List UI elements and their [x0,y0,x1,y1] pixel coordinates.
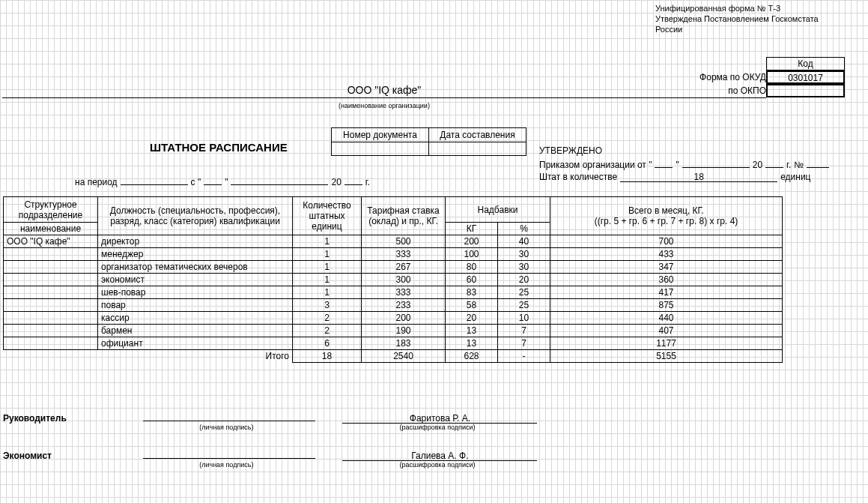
cell-total: 1177 [550,337,783,350]
cell-job: повар [98,299,293,312]
cell-units: 2 [293,312,362,325]
document-title: ШТАТНОЕ РАСПИСАНИЕ [150,141,288,154]
period-year [345,175,362,185]
cell-kg: 200 [446,235,498,248]
cell-subd [4,299,98,312]
cell-tariff: 300 [362,274,446,286]
cell-total: 433 [550,248,783,261]
th-allow-pct: % [498,223,550,235]
table-row: экономист13006020360 [4,274,783,286]
table-row: ООО "IQ кафе"директор150020040700 [4,235,783,248]
cell-tariff: 183 [362,337,446,350]
cell-pct: 10 [498,312,550,325]
table-row: кассир22002010440 [4,312,783,325]
th-units: Количество штатных единиц [293,197,362,235]
cell-job: официант [98,337,293,350]
cell-total: 417 [550,286,783,299]
cell-units: 1 [293,261,362,274]
cell-total: 347 [550,261,783,274]
order-mid: " [676,160,679,170]
sign-row-1: Руководитель Фаритова Р. А. (личная подп… [3,411,537,434]
cell-pct: 7 [498,325,550,337]
th-total-label: Всего в месяц, КГ. [553,205,779,216]
table-row: бармен2190137407 [4,325,783,337]
cell-kg: 100 [446,248,498,261]
cell-pct: 40 [498,235,550,248]
cell-total: 407 [550,325,783,337]
cell-kg: 58 [446,299,498,312]
cell-pct: 25 [498,286,550,299]
th-total-formula: ((гр. 5 + гр. 6 + гр. 7 + гр. 8) x гр. 4… [553,216,779,226]
cell-kg: 13 [446,325,498,337]
cell-total: 700 [550,235,783,248]
th-allow-kg: КГ [446,223,498,235]
staffing-table: Структурное подразделение Должность (спе… [3,196,783,363]
sign-name-1: Фаритова Р. А. [342,413,537,424]
order-num [807,157,829,168]
cell-subd [4,312,98,325]
cell-tariff: 267 [362,261,446,274]
totals-pct: - [498,350,550,363]
period-year-suffix: г. [365,177,370,187]
cell-tariff: 200 [362,312,446,325]
table-row-totals: Итого182540628-5155 [4,350,783,363]
cell-pct: 20 [498,274,550,286]
cell-job: экономист [98,274,293,286]
docnum-header: Номер документа [332,128,429,142]
doc-number-table: Номер документа Дата составления [331,127,526,156]
cell-units: 1 [293,235,362,248]
cell-kg: 13 [446,337,498,350]
table-row: организатор тематических вечеров12678030… [4,261,783,274]
sign-role-1: Руководитель [3,413,108,424]
cell-job: шев-повар [98,286,293,299]
sign-caption-sig-2: (личная подпись) [140,461,312,469]
year-prefix: 20 [753,160,762,170]
docnum-value [332,142,429,156]
staff-unit: единиц [780,172,810,182]
order-month [682,157,750,168]
cell-subd [4,325,98,337]
okpo-value [766,84,845,97]
order-day [655,157,673,168]
th-allow: Надбавки [446,197,550,223]
approve-block: УТВЕРЖДЕНО Приказом организации от " " 2… [539,145,854,182]
period-day [204,175,222,185]
okud-value: 0301017 [766,70,845,84]
cell-subd [4,337,98,350]
cell-units: 1 [293,274,362,286]
staff-label: Штат в количестве [539,172,617,182]
docdate-value [429,142,526,156]
cell-subd [4,286,98,299]
cell-tariff: 233 [362,299,446,312]
cell-pct: 30 [498,261,550,274]
org-caption: (наименование организации) [2,102,766,109]
totals-units: 18 [293,350,362,363]
approve-title: УТВЕРЖДЕНО [539,145,854,156]
form-note-line: России [655,24,858,34]
order-prefix: Приказом организации от " [539,160,652,170]
cell-job: бармен [98,325,293,337]
sign-line-1 [143,411,315,421]
period-from: с " [191,177,201,187]
table-row: менеджер133310030433 [4,248,783,261]
form-note-line: Утверждена Постановлением Госкомстата [655,13,858,24]
cell-pct: 7 [498,337,550,350]
cell-job: директор [98,235,293,248]
docdate-header: Дата составления [429,128,526,142]
form-note: Унифицированная форма № Т-3 Утверждена П… [655,3,858,34]
cell-subd: ООО "IQ кафе" [4,235,98,248]
period-month [231,175,328,185]
totals-kg: 628 [446,350,498,363]
cell-tariff: 190 [362,325,446,337]
table-row: официант61831371177 [4,337,783,350]
cell-kg: 60 [446,274,498,286]
cell-units: 2 [293,325,362,337]
cell-subd [4,248,98,261]
table-row: повар32335825875 [4,299,783,312]
form-note-line: Унифицированная форма № Т-3 [655,3,858,13]
sign-caption-name-1: (расшифровка подписи) [340,424,535,431]
num-prefix: № [794,160,804,170]
cell-units: 3 [293,299,362,312]
okud-label: Форма по ОКУД [670,72,766,82]
sign-line-2 [143,448,315,459]
